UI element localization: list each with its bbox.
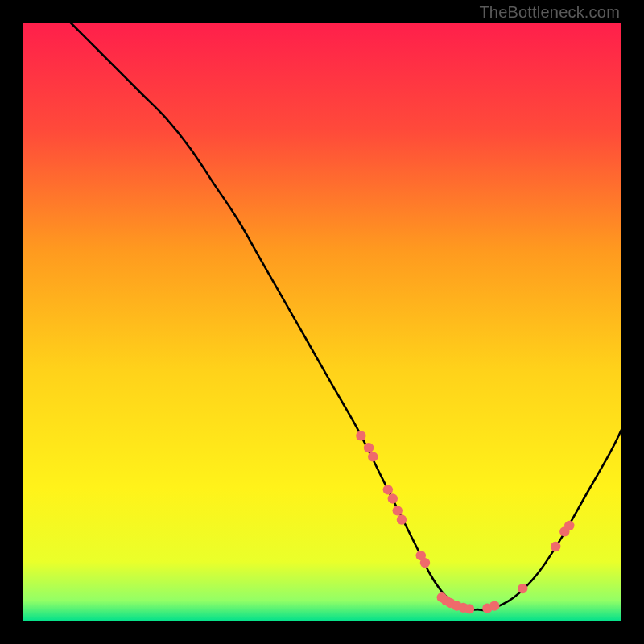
background-gradient: [23, 23, 621, 621]
watermark-text: TheBottleneck.com: [479, 3, 620, 22]
svg-rect-0: [23, 23, 621, 621]
chart-frame: [23, 23, 621, 621]
plot-area: [23, 23, 621, 621]
